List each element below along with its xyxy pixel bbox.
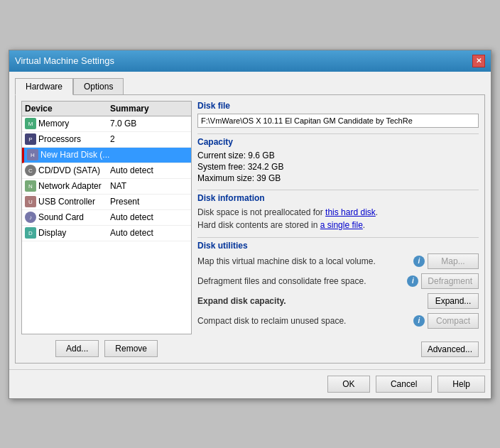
icon-cd-dvd: C xyxy=(25,165,36,176)
icon-display: D xyxy=(25,227,36,239)
cancel-button[interactable]: Cancel xyxy=(376,376,432,393)
device-row-new-hard-disk[interactable]: H New Hard Disk (... xyxy=(22,148,191,163)
advanced-row: Advanced... xyxy=(197,342,479,357)
icon-processors: P xyxy=(25,133,36,145)
capacity-label: Capacity xyxy=(197,137,479,147)
utility-row-defragment: Defragment files and consolidate free sp… xyxy=(197,273,479,289)
device-row-sound[interactable]: ♪ Sound Card Auto detect xyxy=(22,210,191,226)
system-free: System free: 324.2 GB xyxy=(197,161,479,173)
device-row-processors[interactable]: P Processors 2 xyxy=(22,132,191,148)
device-row-usb[interactable]: U USB Controller Present xyxy=(22,195,191,210)
remove-button[interactable]: Remove xyxy=(104,340,158,357)
expand-button[interactable]: Expand... xyxy=(428,293,479,309)
disk-info-link1[interactable]: this hard disk xyxy=(325,207,376,217)
help-button[interactable]: Help xyxy=(438,376,485,393)
disk-info-section: Disk information Disk space is not preal… xyxy=(197,190,479,231)
device-row-network[interactable]: N Network Adapter NAT xyxy=(22,179,191,195)
footer: OK Cancel Help xyxy=(9,369,491,398)
disk-info-line2: Hard disk contents are stored in a singl… xyxy=(197,219,479,231)
disk-utilities-label: Disk utilities xyxy=(197,241,479,251)
header-device: Device xyxy=(25,104,110,114)
disk-info-label: Disk information xyxy=(197,193,479,203)
right-panel: Disk file Capacity Current size: 9.6 GB … xyxy=(197,101,479,357)
utility-expand-desc: Expand disk capacity. xyxy=(197,296,425,306)
disk-file-section: Disk file xyxy=(197,101,479,128)
device-row-display[interactable]: D Display Auto detect xyxy=(22,226,191,241)
device-row-memory[interactable]: M Memory 7.0 GB xyxy=(22,116,191,132)
tab-options[interactable]: Options xyxy=(73,78,124,95)
disk-file-input[interactable] xyxy=(197,114,479,128)
header-summary: Summary xyxy=(110,104,188,114)
device-table-header: Device Summary xyxy=(22,102,191,116)
left-panel: Device Summary M Memory 7.0 GB xyxy=(21,101,192,357)
icon-network: N xyxy=(25,180,36,192)
disk-utilities-section: Disk utilities Map this virtual machine … xyxy=(197,237,479,333)
utility-row-expand: Expand disk capacity. Expand... xyxy=(197,293,479,309)
disk-info-link2[interactable]: a single file xyxy=(320,220,363,230)
main-window: Virtual Machine Settings ✕ Hardware Opti… xyxy=(9,50,491,399)
info-icon-map[interactable]: i xyxy=(413,256,425,267)
utility-row-map: Map this virtual machine disk to a local… xyxy=(197,253,479,269)
device-row-cd-dvd[interactable]: C CD/DVD (SATA) Auto detect xyxy=(22,163,191,179)
window-title: Virtual Machine Settings xyxy=(15,55,114,66)
utility-defragment-desc: Defragment files and consolidate free sp… xyxy=(197,276,404,286)
close-button[interactable]: ✕ xyxy=(472,55,485,67)
info-icon-compact[interactable]: i xyxy=(413,315,425,327)
bottom-buttons: Add... Remove xyxy=(21,340,192,357)
add-button[interactable]: Add... xyxy=(55,340,99,357)
disk-info-line1: Disk space is not preallocated for this … xyxy=(197,206,479,219)
icon-usb: U xyxy=(25,196,36,207)
title-bar-buttons: ✕ xyxy=(472,55,485,67)
icon-sound: ♪ xyxy=(25,212,36,223)
main-area: Device Summary M Memory 7.0 GB xyxy=(15,94,485,364)
advanced-button[interactable]: Advanced... xyxy=(421,342,479,357)
utility-compact-desc: Compact disk to reclaim unused space. xyxy=(197,316,411,326)
device-table: Device Summary M Memory 7.0 GB xyxy=(21,101,192,334)
icon-memory: M xyxy=(25,118,36,129)
tab-hardware[interactable]: Hardware xyxy=(15,78,73,95)
map-button[interactable]: Map... xyxy=(428,253,479,269)
capacity-section: Capacity Current size: 9.6 GB System fre… xyxy=(197,133,479,184)
title-bar: Virtual Machine Settings ✕ xyxy=(9,50,491,72)
maximum-size: Maximum size: 39 GB xyxy=(197,173,479,184)
defragment-button[interactable]: Defragment xyxy=(421,273,479,289)
compact-button[interactable]: Compact xyxy=(428,313,479,329)
utility-row-compact: Compact disk to reclaim unused space. i … xyxy=(197,313,479,329)
ok-button[interactable]: OK xyxy=(327,376,370,393)
content-area: Hardware Options Device Summary M M xyxy=(9,72,491,369)
disk-file-label: Disk file xyxy=(197,101,479,111)
current-size: Current size: 9.6 GB xyxy=(197,150,479,161)
utility-map-desc: Map this virtual machine disk to a local… xyxy=(197,256,411,266)
info-icon-defragment[interactable]: i xyxy=(407,275,418,287)
icon-hard-disk: H xyxy=(27,149,38,160)
tab-bar: Hardware Options xyxy=(15,77,485,94)
